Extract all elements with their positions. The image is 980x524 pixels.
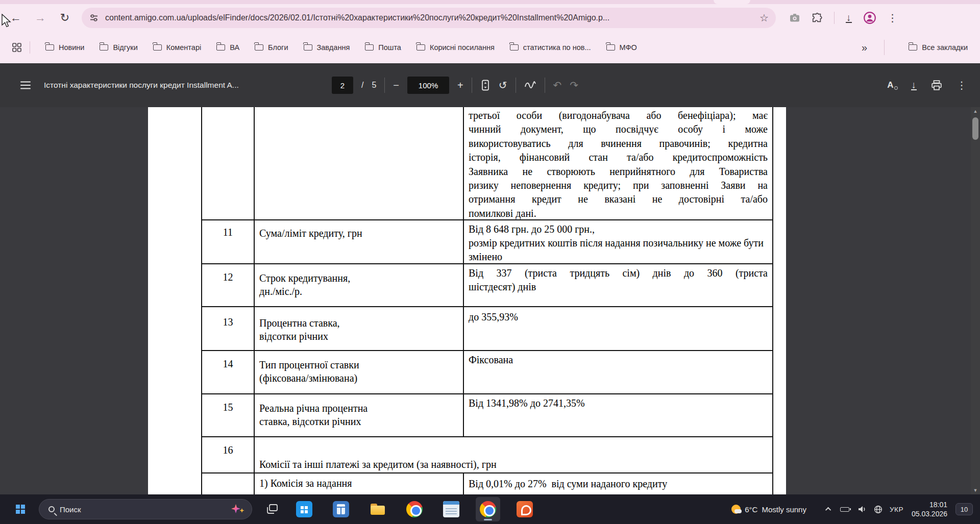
app-icon-chrome-active[interactable] — [476, 497, 500, 521]
downloads-icon[interactable]: ↓ — [846, 13, 852, 23]
search-icon — [48, 506, 55, 512]
network-icon[interactable] — [874, 505, 883, 514]
bookmark-folder-poshta[interactable]: Пошта — [365, 43, 401, 52]
weather-widget[interactable]: 6°C Mostly sunny — [731, 505, 806, 514]
orange-app-icon — [517, 501, 533, 517]
page-number-input[interactable] — [332, 77, 353, 94]
search-input[interactable]: Поиск — [39, 499, 252, 519]
app-icon-chrome[interactable] — [402, 497, 427, 521]
rotate-icon[interactable]: ↺ — [499, 79, 507, 91]
app-icon-store[interactable] — [292, 497, 316, 521]
cell-value: Від 1341,98% до 2741,35% — [464, 394, 772, 436]
windows-logo-icon — [16, 505, 20, 509]
address-bar[interactable]: content.amigo.com.ua/uploads/elFinder/do… — [82, 8, 776, 28]
cell-label: Тип процентної ставки (фіксована/змінюва… — [255, 351, 464, 393]
hidden-icons-chevron[interactable] — [825, 507, 831, 513]
bookmark-folder-statystyka[interactable]: статистика по нов... — [510, 43, 591, 52]
battery-icon[interactable] — [840, 507, 849, 512]
taskbar-clock[interactable]: 18:01 05.03.2026 — [912, 500, 947, 518]
bookmark-folder-mfo[interactable]: МФО — [606, 43, 637, 52]
folder-icon — [510, 44, 519, 51]
camera-icon[interactable] — [789, 13, 800, 23]
folder-icon — [416, 44, 425, 51]
chrome-icon — [406, 501, 423, 517]
notification-badge[interactable]: 10 — [955, 503, 973, 515]
bookmarks-right-separator — [884, 40, 885, 55]
folder-icon — [365, 44, 374, 51]
fit-page-icon[interactable] — [480, 80, 491, 91]
cell-value: третьої особи (вигодонабувача або бенефі… — [464, 107, 772, 219]
bookmark-label: Пошта — [378, 43, 401, 52]
bookmarks-separator — [30, 41, 30, 54]
text-line: Від 1341,98% до 2741,35% — [469, 396, 768, 410]
cell-value: Фіксована — [464, 351, 772, 393]
bookmark-star-icon[interactable]: ☆ — [760, 12, 769, 24]
draw-annotate-icon[interactable] — [524, 80, 536, 90]
scroll-up-icon[interactable]: ▲ — [971, 109, 980, 114]
text-line: історія, фінансовий стан та/або кредитос… — [469, 151, 768, 164]
bookmark-folder-zavdannia[interactable]: Завдання — [304, 43, 350, 52]
menu-icon[interactable] — [20, 85, 31, 86]
app-icon-calculator[interactable] — [329, 497, 353, 521]
reload-icon[interactable]: ↻ — [56, 9, 74, 27]
app-icon-file-explorer[interactable] — [365, 497, 390, 521]
bookmark-folder-korysni[interactable]: Корисні посилання — [416, 43, 495, 52]
all-bookmarks-button[interactable]: Все закладки — [909, 43, 968, 52]
app-icon-notepad[interactable] — [439, 497, 463, 521]
extensions-icon[interactable] — [812, 12, 823, 23]
text-line: третьої особи (вигодонабувача або бенефі… — [469, 109, 768, 122]
calculator-icon — [333, 501, 349, 517]
start-button[interactable] — [11, 500, 30, 518]
table-row-11: 11 Сума/ліміт кредиту, грн Від 8 648 грн… — [202, 220, 772, 264]
bookmark-label: Новини — [59, 43, 84, 52]
task-view-icon[interactable] — [265, 503, 279, 515]
page-divider: / — [361, 81, 363, 90]
pdf-viewport[interactable]: третьої особи (вигодонабувача або бенефі… — [0, 107, 980, 494]
text-line: відсотки річних — [259, 330, 460, 343]
text-line: 1) Комісія за надання — [259, 477, 460, 490]
scroll-down-icon[interactable]: ▼ — [971, 488, 980, 493]
url-text[interactable]: content.amigo.com.ua/uploads/elFinder/do… — [105, 13, 754, 22]
pdf-more-icon[interactable]: ⋮ — [957, 79, 967, 91]
bookmark-folder-vidhuky[interactable]: Відгуки — [100, 43, 137, 52]
tab-strip — [0, 0, 980, 4]
bookmark-folder-komentari[interactable]: Коментарі — [153, 43, 201, 52]
apps-grid-icon[interactable] — [12, 43, 21, 52]
profile-avatar[interactable] — [863, 11, 876, 24]
bookmarks-overflow-icon[interactable]: » — [862, 42, 867, 54]
print-icon[interactable] — [931, 80, 942, 90]
speaker-icon[interactable] — [857, 505, 867, 513]
download-icon[interactable]: ↓ — [911, 81, 917, 90]
zoom-in-icon[interactable]: + — [457, 80, 463, 91]
text-annotation-icon[interactable]: A — [887, 80, 896, 90]
bookmark-label: Блоги — [268, 43, 288, 52]
document-page: третьої особи (вигодонабувача або бенефі… — [148, 107, 786, 494]
tune-icon[interactable] — [89, 13, 99, 23]
bookmark-label: МФО — [620, 43, 637, 52]
scrollbar-thumb[interactable] — [972, 117, 978, 140]
cell-label: Строк кредитування, дн./міс./р. — [255, 264, 464, 306]
bookmark-folder-blohy[interactable]: Блоги — [255, 43, 288, 52]
cell-num — [202, 473, 255, 494]
scrollbar[interactable]: ▲ ▼ — [971, 107, 980, 494]
text-line: використовуватись для вчинення правочині… — [469, 137, 768, 151]
cell-num: 12 — [202, 264, 255, 306]
zoom-out-icon[interactable]: − — [393, 80, 399, 91]
cell-num: 16 — [202, 437, 255, 472]
folder-icon — [255, 44, 263, 51]
search-label: Поиск — [60, 505, 230, 514]
zoom-level[interactable]: 100% — [407, 77, 449, 94]
forward-icon[interactable]: → — [32, 9, 49, 27]
bookmark-label: Коментарі — [166, 43, 201, 52]
text-line: до 355,93% — [469, 310, 768, 324]
browser-menu-icon[interactable]: ⋮ — [888, 12, 898, 24]
bookmark-folder-novyny[interactable]: Новини — [45, 43, 84, 52]
table-row-16: 16 Комісії та інші платежі за кредитом (… — [202, 437, 772, 473]
undo-icon[interactable]: ↶ — [553, 79, 562, 91]
pdf-title: Істотні характеристики послуги кредит In… — [44, 81, 239, 90]
clock-time: 18:01 — [912, 500, 947, 509]
language-indicator[interactable]: УКР — [890, 506, 903, 513]
app-icon-orange[interactable] — [512, 497, 537, 521]
bookmark-folder-va[interactable]: ВА — [216, 43, 239, 52]
redo-icon[interactable]: ↷ — [570, 79, 578, 91]
